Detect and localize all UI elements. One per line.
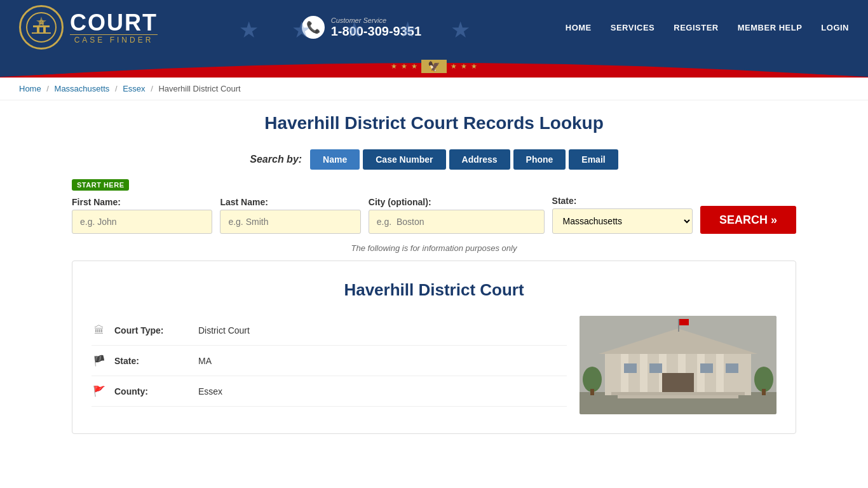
breadcrumb-essex[interactable]: Essex: [123, 84, 145, 93]
svg-rect-16: [716, 354, 724, 392]
city-input[interactable]: [369, 210, 545, 234]
svg-rect-25: [590, 389, 594, 395]
county-value: Essex: [198, 386, 222, 396]
tab-name[interactable]: Name: [310, 149, 360, 170]
svg-rect-20: [624, 363, 637, 373]
svg-point-26: [754, 367, 773, 392]
city-group: City (optional):: [369, 197, 545, 234]
court-card-title: Haverhill District Court: [92, 280, 776, 300]
state-select[interactable]: Massachusetts Alabama Alaska Arizona Cal…: [552, 208, 693, 234]
search-button[interactable]: SEARCH »: [700, 206, 796, 234]
search-by-label: Search by:: [250, 154, 302, 165]
svg-rect-12: [640, 354, 648, 392]
search-by-row: Search by: Name Case Number Address Phon…: [72, 149, 796, 170]
svg-rect-22: [700, 363, 713, 373]
star1: ★: [391, 62, 397, 71]
start-here-badge: START HERE: [72, 179, 129, 191]
last-name-group: Last Name:: [220, 197, 360, 234]
county-label: County:: [114, 386, 191, 396]
svg-rect-23: [726, 363, 738, 373]
svg-rect-17: [662, 373, 694, 395]
svg-point-24: [583, 367, 602, 392]
svg-rect-28: [678, 319, 679, 332]
first-name-group: First Name:: [72, 197, 212, 234]
phone-area: 📞 Customer Service 1-800-309-9351: [302, 16, 421, 39]
nav-login[interactable]: LOGIN: [821, 23, 849, 32]
breadcrumb-massachusetts[interactable]: Massachusetts: [55, 84, 110, 93]
star3: ★: [411, 62, 417, 71]
state-icon: 🏴: [92, 355, 107, 367]
svg-rect-2: [33, 25, 50, 27]
breadcrumb-current: Haverhill District Court: [158, 84, 240, 93]
court-building-image: [580, 316, 776, 414]
state-row: 🏴 State: MA: [92, 346, 567, 376]
nav-register[interactable]: REGISTER: [674, 23, 718, 32]
info-note: The following is for information purpose…: [72, 243, 796, 253]
logo-text: COURT CASE FINDER: [70, 11, 158, 44]
svg-rect-21: [649, 363, 662, 373]
svg-rect-19: [618, 395, 738, 398]
state-label: State:: [552, 196, 693, 206]
last-name-label: Last Name:: [220, 197, 360, 207]
state-label-detail: State:: [114, 356, 191, 366]
customer-service-label: Customer Service: [331, 17, 421, 24]
svg-rect-4: [43, 27, 46, 32]
court-type-value: District Court: [198, 325, 250, 336]
logo[interactable]: ⚖ COURT CASE FINDER: [19, 5, 158, 50]
main-nav: HOME SERVICES REGISTER MEMBER HELP LOGIN: [566, 23, 849, 32]
svg-rect-3: [37, 27, 39, 32]
svg-rect-18: [611, 392, 745, 395]
svg-rect-5: [32, 32, 51, 34]
star4: ★: [451, 62, 457, 71]
county-icon: 🚩: [92, 385, 107, 397]
form-row: First Name: Last Name: City (optional): …: [72, 196, 796, 234]
svg-rect-29: [679, 319, 689, 325]
star5: ★: [461, 62, 467, 71]
page-title: Haverhill District Court Records Lookup: [72, 113, 796, 133]
court-type-label: Court Type:: [114, 325, 191, 336]
star2: ★: [401, 62, 407, 71]
last-name-input[interactable]: [220, 210, 360, 234]
court-card-body: 🏛 Court Type: District Court 🏴 State: MA…: [92, 316, 776, 414]
phone-number: 1-800-309-9351: [331, 24, 421, 39]
nav-home[interactable]: HOME: [566, 23, 592, 32]
county-row: 🚩 County: Essex: [92, 376, 567, 407]
building-icon: 🏛: [92, 325, 107, 336]
phone-icon: 📞: [302, 16, 325, 39]
star6: ★: [471, 62, 477, 71]
tab-email[interactable]: Email: [569, 149, 618, 170]
city-label: City (optional):: [369, 197, 545, 207]
nav-services[interactable]: SERVICES: [611, 23, 655, 32]
breadcrumb: Home / Massachusetts / Essex / Haverhill…: [0, 78, 868, 100]
tab-case-number[interactable]: Case Number: [363, 149, 445, 170]
logo-emblem: ⚖: [19, 5, 64, 50]
first-name-input[interactable]: [72, 210, 212, 234]
court-card: Haverhill District Court 🏛 Court Type: D…: [72, 261, 796, 434]
tab-address[interactable]: Address: [449, 149, 510, 170]
state-value: MA: [198, 356, 212, 366]
search-form: START HERE First Name: Last Name: City (…: [72, 179, 796, 234]
court-type-row: 🏛 Court Type: District Court: [92, 316, 567, 346]
first-name-label: First Name:: [72, 197, 212, 207]
nav-member-help[interactable]: MEMBER HELP: [738, 23, 803, 32]
court-details: 🏛 Court Type: District Court 🏴 State: MA…: [92, 316, 567, 414]
svg-rect-27: [762, 389, 766, 395]
breadcrumb-home[interactable]: Home: [19, 84, 41, 93]
eagle-icon: 🦅: [421, 60, 447, 73]
state-group: State: Massachusetts Alabama Alaska Ariz…: [552, 196, 693, 234]
tab-phone[interactable]: Phone: [513, 149, 566, 170]
